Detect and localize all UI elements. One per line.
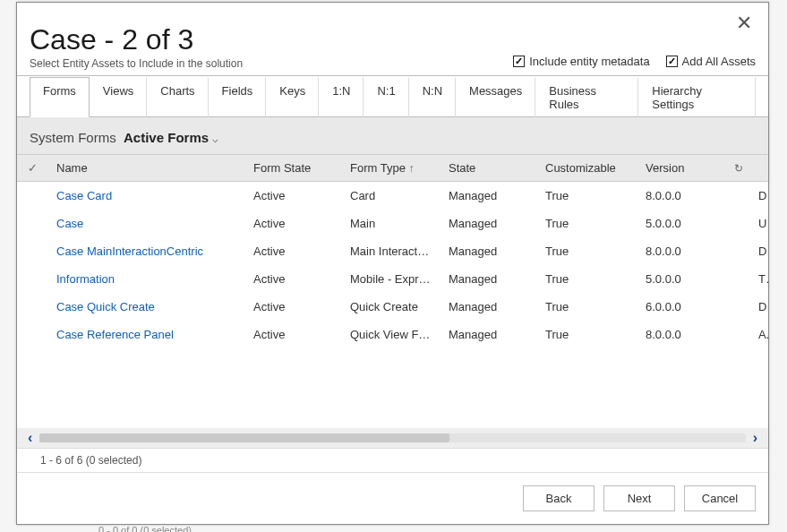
sort-ascending-icon: ↑	[409, 162, 415, 175]
row-state: Managed	[440, 265, 536, 293]
table-row[interactable]: Case Quick CreateActiveQuick CreateManag…	[17, 293, 768, 321]
row-name-link[interactable]: Case Card	[47, 182, 244, 210]
row-select-cell[interactable]	[17, 321, 47, 348]
close-icon: ✕	[736, 12, 752, 34]
row-version: 6.0.0.0	[637, 293, 728, 321]
row-select-cell[interactable]	[17, 182, 47, 210]
row-select-cell[interactable]	[17, 237, 47, 265]
row-spacer	[728, 182, 749, 210]
tabs: FormsViewsChartsFieldsKeys1:NN:1N:NMessa…	[17, 75, 768, 117]
page-title: Case - 2 of 3	[30, 24, 243, 56]
tab-forms[interactable]: Forms	[30, 77, 90, 117]
row-name-link[interactable]: Case	[47, 210, 244, 237]
row-name-link[interactable]: Information	[47, 265, 244, 293]
row-form-type: Quick View Form	[341, 321, 440, 348]
tab-messages[interactable]: Messages	[456, 77, 535, 117]
row-customizable: True	[536, 321, 637, 348]
close-button[interactable]: ✕	[736, 13, 752, 33]
row-form-type: Main Interaction...	[341, 237, 440, 265]
tab-charts[interactable]: Charts	[147, 77, 208, 117]
horizontal-scrollbar[interactable]: ‹ ›	[17, 428, 768, 448]
row-form-state: Active	[244, 321, 341, 348]
row-state: Managed	[440, 210, 536, 237]
background-status-text: 0 - 0 of 0 (0 selected)	[98, 525, 192, 532]
tab-keys[interactable]: Keys	[266, 77, 319, 117]
row-name-link[interactable]: Case Quick Create	[47, 293, 244, 321]
column-name[interactable]: Name	[47, 155, 244, 182]
table-row[interactable]: Case Reference PanelActiveQuick View For…	[17, 321, 768, 348]
add-all-assets-checkbox[interactable]: Add All Assets	[666, 55, 756, 68]
row-customizable: True	[536, 293, 637, 321]
row-description: A fo	[749, 321, 768, 348]
tab-one_n[interactable]: 1:N	[319, 77, 364, 117]
table-row[interactable]: CaseActiveMainManagedTrue5.0.0.0Upd	[17, 210, 768, 237]
cancel-button[interactable]: Cancel	[684, 485, 756, 511]
scroll-right-button[interactable]: ›	[753, 430, 757, 446]
row-state: Managed	[440, 293, 536, 321]
row-spacer	[728, 237, 749, 265]
row-form-state: Active	[244, 265, 341, 293]
row-form-state: Active	[244, 210, 341, 237]
row-form-type: Mobile - Express	[341, 265, 440, 293]
row-form-type: Quick Create	[341, 293, 440, 321]
row-select-cell[interactable]	[17, 210, 47, 237]
tab-n_one[interactable]: N:1	[364, 77, 408, 117]
chevron-down-icon: ⌵	[212, 133, 218, 144]
next-button[interactable]: Next	[603, 485, 675, 511]
row-description: Def	[749, 182, 768, 210]
tab-views[interactable]: Views	[90, 77, 147, 117]
checkbox-icon	[513, 56, 525, 67]
view-area: System Forms Active Forms ⌵	[17, 117, 768, 472]
row-version: 5.0.0.0	[637, 265, 728, 293]
row-form-type: Card	[341, 182, 440, 210]
scrollbar-track[interactable]	[39, 433, 745, 442]
page-subtitle: Select Entity Assets to Include in the s…	[30, 57, 243, 70]
view-selector[interactable]: System Forms Active Forms ⌵	[17, 117, 768, 154]
refresh-button[interactable]: ↻	[728, 155, 749, 182]
table-row[interactable]: InformationActiveMobile - ExpressManaged…	[17, 265, 768, 293]
row-version: 8.0.0.0	[637, 182, 728, 210]
column-form-type[interactable]: Form Type ↑	[341, 155, 440, 182]
header-row: Case - 2 of 3 Select Entity Assets to In…	[17, 21, 768, 75]
row-select-cell[interactable]	[17, 265, 47, 293]
forms-table: ✓ Name Form State Form Type ↑ State Cust…	[17, 155, 768, 348]
column-overflow	[749, 155, 768, 182]
tab-fields[interactable]: Fields	[209, 77, 267, 117]
column-state[interactable]: State	[440, 155, 536, 182]
checkmark-icon: ✓	[28, 161, 38, 175]
include-entity-metadata-checkbox[interactable]: Include entity metadata	[513, 55, 649, 68]
column-form-state[interactable]: Form State	[244, 155, 341, 182]
back-button[interactable]: Back	[523, 485, 595, 511]
row-select-cell[interactable]	[17, 293, 47, 321]
row-spacer	[728, 210, 749, 237]
row-version: 8.0.0.0	[637, 237, 728, 265]
view-category: System Forms	[30, 130, 116, 145]
scroll-left-button[interactable]: ‹	[28, 430, 32, 446]
select-all-column[interactable]: ✓	[17, 155, 47, 182]
row-form-state: Active	[244, 182, 341, 210]
row-version: 5.0.0.0	[637, 210, 728, 237]
table-row[interactable]: Case MainInteractionCentricActiveMain In…	[17, 237, 768, 265]
row-spacer	[728, 321, 749, 348]
row-spacer	[728, 293, 749, 321]
column-customizable[interactable]: Customizable	[536, 155, 637, 182]
tab-business_rules[interactable]: Business Rules	[535, 77, 638, 117]
status-text: 1 - 6 of 6 (0 selected)	[17, 448, 768, 472]
row-version: 8.0.0.0	[637, 321, 728, 348]
row-spacer	[728, 265, 749, 293]
tab-hierarchy[interactable]: Hierarchy Settings	[638, 77, 756, 117]
refresh-icon: ↻	[734, 162, 743, 175]
table-row[interactable]: Case CardActiveCardManagedTrue8.0.0.0Def	[17, 182, 768, 210]
row-state: Managed	[440, 182, 536, 210]
row-description: This	[749, 265, 768, 293]
row-customizable: True	[536, 265, 637, 293]
dialog: ✕ Case - 2 of 3 Select Entity Assets to …	[16, 2, 769, 525]
column-version[interactable]: Version	[637, 155, 728, 182]
scrollbar-thumb[interactable]	[39, 433, 449, 442]
row-state: Managed	[440, 321, 536, 348]
tab-n_n[interactable]: N:N	[409, 77, 456, 117]
row-name-link[interactable]: Case MainInteractionCentric	[47, 237, 244, 265]
row-description: Def	[749, 237, 768, 265]
checkbox-icon	[666, 56, 678, 67]
row-name-link[interactable]: Case Reference Panel	[47, 321, 244, 348]
